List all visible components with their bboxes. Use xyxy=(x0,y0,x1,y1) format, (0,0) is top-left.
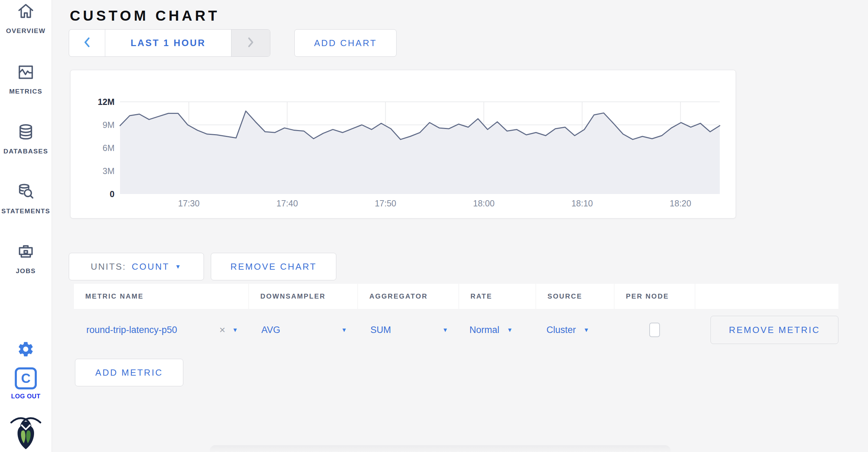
time-window-selector: LAST 1 HOUR xyxy=(69,29,270,57)
column-header-source: SOURCE xyxy=(536,284,614,309)
logout-button[interactable]: C LOG OUT xyxy=(0,367,52,400)
page-title: CUSTOM CHART xyxy=(70,8,220,24)
sidebar-item-overview[interactable]: OVERVIEW xyxy=(0,2,52,35)
svg-text:6M: 6M xyxy=(102,143,115,153)
settings-button[interactable] xyxy=(17,341,34,358)
add-metric-button[interactable]: ADD METRIC xyxy=(75,359,183,386)
bottom-sheet-shadow xyxy=(210,445,671,452)
clear-metric-icon[interactable]: × xyxy=(219,325,226,335)
per-node-cell xyxy=(615,310,695,350)
svg-text:9M: 9M xyxy=(102,120,115,130)
chart-card: 17:3017:4017:5018:0018:1018:2003M6M9M12M xyxy=(70,70,736,218)
time-window-next-button[interactable] xyxy=(231,30,270,56)
sidebar-item-metrics[interactable]: METRICS xyxy=(0,63,52,95)
add-chart-button[interactable]: ADD CHART xyxy=(294,29,397,57)
sidebar-item-label: DATABASES xyxy=(3,148,48,155)
downsampler-select[interactable]: AVG ▼ xyxy=(249,310,357,350)
svg-text:3M: 3M xyxy=(102,166,115,176)
database-icon xyxy=(16,122,35,143)
aggregator-value: SUM xyxy=(370,325,391,335)
units-dropdown[interactable]: UNITS: COUNT ▼ xyxy=(69,253,204,280)
svg-text:18:20: 18:20 xyxy=(670,198,691,208)
metric-name-value[interactable]: round-trip-latency-p50 xyxy=(86,325,177,335)
sidebar-item-jobs[interactable]: JOBS xyxy=(0,242,52,275)
sidebar-item-label: STATEMENTS xyxy=(1,207,50,215)
svg-text:18:00: 18:00 xyxy=(473,198,495,208)
column-header-rate: RATE xyxy=(459,284,535,309)
home-icon xyxy=(16,2,35,23)
gear-icon xyxy=(17,353,34,359)
caret-down-icon[interactable]: ▼ xyxy=(232,327,238,333)
timeseries-chart[interactable]: 17:3017:4017:5018:0018:1018:2003M6M9M12M xyxy=(70,70,735,217)
per-node-checkbox[interactable] xyxy=(649,323,660,337)
units-label: UNITS: xyxy=(91,261,126,272)
units-value: COUNT xyxy=(132,261,170,272)
column-header-per-node: PER NODE xyxy=(615,284,695,309)
sidebar-item-label: METRICS xyxy=(9,88,43,95)
caret-down-icon: ▼ xyxy=(507,327,513,333)
aggregator-select[interactable]: SUM ▼ xyxy=(358,310,458,350)
logout-label: LOG OUT xyxy=(11,393,41,400)
metrics-icon xyxy=(16,63,35,83)
sidebar-item-databases[interactable]: DATABASES xyxy=(0,122,52,155)
rate-select[interactable]: Normal ▼ xyxy=(459,310,535,350)
column-header-metric-name: METRIC NAME xyxy=(74,284,248,309)
cockroachdb-logo xyxy=(9,414,42,450)
custom-chart-page: OVERVIEW METRICS DATABASES xyxy=(0,0,868,452)
svg-text:0: 0 xyxy=(110,189,115,199)
column-header-actions xyxy=(695,284,838,309)
caret-down-icon: ▼ xyxy=(584,327,589,333)
time-window-label[interactable]: LAST 1 HOUR xyxy=(105,30,231,56)
svg-text:17:30: 17:30 xyxy=(178,198,200,208)
svg-text:17:50: 17:50 xyxy=(375,198,397,208)
caret-down-icon: ▼ xyxy=(341,327,347,333)
svg-text:12M: 12M xyxy=(98,97,115,107)
column-header-aggregator: AGGREGATOR xyxy=(358,284,458,309)
caret-down-icon: ▼ xyxy=(175,264,182,270)
rate-value: Normal xyxy=(469,325,499,335)
remove-chart-button[interactable]: REMOVE CHART xyxy=(211,253,336,280)
chevron-right-icon xyxy=(246,36,255,50)
source-select[interactable]: Cluster ▼ xyxy=(536,310,614,350)
sidebar-item-label: JOBS xyxy=(16,267,36,275)
cockroach-monogram-icon: C xyxy=(15,367,37,389)
briefcase-icon xyxy=(16,242,35,263)
sidebar: OVERVIEW METRICS DATABASES xyxy=(0,0,52,452)
downsampler-value: AVG xyxy=(261,325,280,335)
source-value: Cluster xyxy=(546,325,576,335)
column-header-downsampler: DOWNSAMPLER xyxy=(249,284,357,309)
sidebar-item-statements[interactable]: STATEMENTS xyxy=(0,182,52,215)
table-row-metric-name-cell: round-trip-latency-p50 × ▼ xyxy=(74,310,248,350)
metric-table: METRIC NAME DOWNSAMPLER AGGREGATOR RATE … xyxy=(74,284,838,350)
svg-text:17:40: 17:40 xyxy=(276,198,298,208)
remove-metric-button[interactable]: REMOVE METRIC xyxy=(710,316,838,344)
sidebar-item-label: OVERVIEW xyxy=(6,27,46,35)
statements-icon xyxy=(16,182,35,203)
svg-text:18:10: 18:10 xyxy=(571,198,593,208)
caret-down-icon: ▼ xyxy=(442,327,448,333)
time-window-prev-button[interactable] xyxy=(69,30,105,56)
row-actions-cell: REMOVE METRIC xyxy=(695,310,838,350)
chevron-left-icon xyxy=(83,36,91,50)
